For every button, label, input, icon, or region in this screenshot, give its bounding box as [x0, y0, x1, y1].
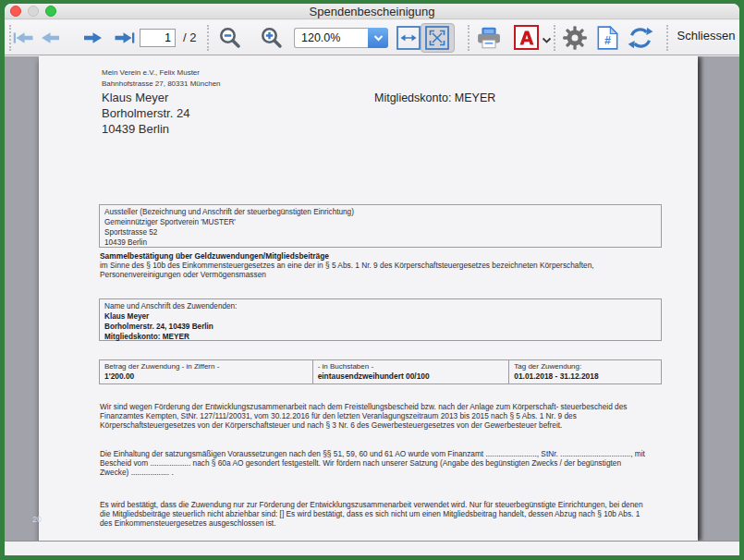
- previous-page-icon: [41, 31, 60, 44]
- next-page-button[interactable]: [83, 31, 103, 44]
- donation-date-cell: Tag der Zuwendung: 01.01.2018 - 31.12.20…: [508, 360, 661, 383]
- fit-page-icon: [425, 26, 449, 50]
- donation-date-value: 01.01.2018 - 31.12.2018: [514, 371, 656, 382]
- toolbar-separator: [468, 25, 470, 51]
- paragraph-line: Bescheid vom ................... nach § …: [100, 458, 645, 468]
- statute-requirements-paragraph: Die Einhaltung der satzungsmäßigen Vorau…: [100, 449, 645, 478]
- toolbar-separator: [666, 25, 668, 51]
- paragraph-line: Finanzamtes Kempten, StNr. 127/111/20031…: [100, 411, 627, 420]
- close-window-button[interactable]: Schliessen: [676, 29, 737, 43]
- first-page-button[interactable]: [13, 31, 33, 44]
- toolbar-separator: [554, 25, 555, 51]
- page-number-icon: #: [597, 26, 618, 50]
- pdf-dropdown-button[interactable]: [542, 37, 552, 44]
- amount-words-label: - in Buchstaben -: [318, 361, 505, 371]
- previous-page-button[interactable]: [41, 31, 60, 44]
- donation-date-label: Tag der Zuwendung:: [514, 361, 656, 371]
- zoom-out-button[interactable]: [218, 26, 242, 50]
- paragraph-line: die Mitgliedsbeiträge steuerlich nicht a…: [100, 509, 643, 518]
- donor-member-account: Mitgliedskonto: MEYER: [104, 332, 656, 342]
- paragraph-line: Zwecke) .................. .: [100, 468, 645, 477]
- collective-title: Sammelbestätigung über Geldzuwendungen/M…: [100, 251, 594, 261]
- recipient-city: 10439 Berlin: [102, 121, 189, 137]
- pdf-export-icon: [518, 29, 536, 47]
- donor-box: Name und Anschrift des Zuwendenden: Klau…: [99, 298, 662, 341]
- svg-text:#: #: [604, 34, 611, 47]
- issuer-name: Gemeinnütziger Sportverein 'MUSTER': [104, 217, 656, 227]
- screenshot-green-frame: Spendenbescheinigung: [0, 0, 744, 560]
- last-page-button[interactable]: [115, 31, 135, 44]
- member-account-header: Mitgliedskonto: MEYER: [374, 91, 495, 104]
- app-window: Spendenbescheinigung: [5, 4, 739, 555]
- collective-line: im Sinne des § 10b des Einkommensteuerge…: [100, 261, 594, 270]
- window-footer: [5, 541, 739, 555]
- paragraph-line: Wir sind wegen Förderung der Entwicklung…: [100, 402, 627, 411]
- pdf-export-button[interactable]: [514, 25, 539, 50]
- refresh-button[interactable]: [628, 25, 653, 51]
- first-page-icon: [13, 31, 33, 44]
- settings-gear-icon: [562, 25, 588, 51]
- document-page: Mein Verein e.V., Felix Muster Bahnhofst…: [39, 56, 698, 541]
- document-viewport: Mein Verein e.V., Felix Muster Bahnhofst…: [5, 56, 739, 541]
- fit-page-button[interactable]: [425, 26, 449, 50]
- collective-confirmation-section: Sammelbestätigung über Geldzuwendungen/M…: [100, 251, 594, 280]
- amount-figures-label: Betrag der Zuwendung - in Ziffern -: [104, 361, 308, 371]
- page-margin-number: 20: [32, 515, 42, 524]
- paragraph-line: Körperschaftsteuergesetzes von der Körpe…: [100, 420, 627, 430]
- paragraph-line: Die Einhaltung der satzungsmäßigen Vorau…: [100, 449, 645, 458]
- issuer-box-label: Aussteller (Bezeichnung und Anschrift de…: [104, 207, 656, 217]
- toolbar-separator: [207, 25, 209, 51]
- tax-exemption-paragraph: Wir sind wegen Förderung der Entwicklung…: [100, 402, 627, 431]
- collective-line: Personenvereinigungen oder Vermögensmass…: [100, 270, 594, 279]
- zoom-level-value[interactable]: 120.0%: [294, 28, 368, 48]
- zoom-dropdown-button[interactable]: [368, 28, 388, 48]
- fit-width-icon: [396, 26, 421, 50]
- donor-box-label: Name und Anschrift des Zuwendenden:: [104, 301, 656, 311]
- amount-figures-value: 1'200.00: [104, 371, 308, 382]
- sender-line: Mein Verein e.V., Felix Muster: [102, 67, 200, 79]
- zoom-level-combobox: 120.0%: [294, 28, 388, 48]
- page-number-setup-button[interactable]: #: [597, 26, 618, 50]
- paragraph-line: Es wird bestätigt, dass die Zuwendung nu…: [100, 500, 643, 509]
- amount-table: Betrag der Zuwendung - in Ziffern - 1'20…: [99, 359, 662, 384]
- zoom-dropdown-chevron-icon: [373, 34, 384, 42]
- issuer-box: Aussteller (Bezeichnung und Anschrift de…: [99, 204, 662, 248]
- fit-width-button[interactable]: [396, 26, 421, 50]
- settings-button[interactable]: [562, 25, 588, 51]
- sender-line: Bahnhofstrasse 27, 80331 München: [102, 79, 221, 90]
- amount-words-cell: - in Buchstaben - eintausendzweihundert …: [312, 360, 509, 383]
- recipient-address: Klaus Meyer Borholmerstr. 24 10439 Berli…: [102, 90, 189, 137]
- pdf-dropdown-chevron-icon: [542, 37, 552, 44]
- usage-confirmation-paragraph: Es wird bestätigt, dass die Zuwendung nu…: [100, 500, 643, 529]
- toolbar: / 2 120.0%: [5, 20, 739, 55]
- issuer-city: 10439 Berlin: [104, 237, 656, 248]
- toolbar-separator: [9, 25, 11, 51]
- refresh-icon: [628, 25, 653, 51]
- donor-name: Klaus Meyer: [104, 311, 656, 322]
- amount-figures-cell: Betrag der Zuwendung - in Ziffern - 1'20…: [100, 360, 312, 383]
- last-page-icon: [115, 31, 135, 44]
- amount-words-value: eintausendzweihundert 00/100: [318, 371, 505, 382]
- next-page-icon: [83, 31, 103, 44]
- zoom-in-button[interactable]: [260, 26, 284, 50]
- recipient-street: Borholmerstr. 24: [102, 105, 189, 121]
- zoom-out-icon: [218, 26, 242, 50]
- paragraph-line: des Einkommensteuergesetzes ausgeschloss…: [100, 518, 643, 528]
- print-button[interactable]: [475, 26, 503, 50]
- page-total-label: / 2: [183, 30, 196, 44]
- issuer-street: Sportstrasse 52: [104, 227, 656, 237]
- titlebar: Spendenbescheinigung: [5, 4, 739, 19]
- donor-address: Borholmerstr. 24, 10439 Berlin: [104, 322, 656, 332]
- print-icon: [475, 26, 503, 50]
- recipient-name: Klaus Meyer: [102, 90, 189, 105]
- window-title: Spendenbescheinigung: [5, 5, 739, 18]
- zoom-in-icon: [260, 26, 284, 50]
- page-number-input[interactable]: [140, 29, 176, 47]
